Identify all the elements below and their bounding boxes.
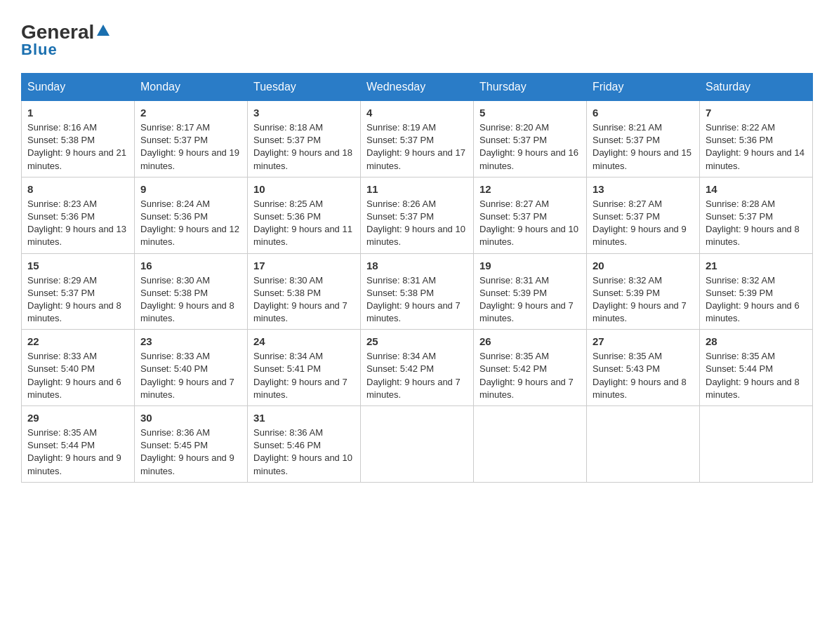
sunset-label: Sunset: 5:38 PM [140, 288, 208, 298]
day-number: 9 [140, 182, 241, 196]
calendar-cell: 31Sunrise: 8:36 AMSunset: 5:46 PMDayligh… [248, 406, 361, 483]
sunset-label: Sunset: 5:37 PM [593, 211, 660, 222]
sunset-label: Sunset: 5:39 PM [479, 288, 547, 298]
day-number: 10 [253, 182, 355, 196]
calendar-cell: 18Sunrise: 8:31 AMSunset: 5:38 PMDayligh… [361, 253, 474, 330]
calendar-cell: 13Sunrise: 8:27 AMSunset: 5:37 PMDayligh… [587, 177, 700, 253]
day-number: 14 [706, 182, 807, 196]
daylight-label: Daylight: 9 hours and 8 minutes. [593, 377, 687, 400]
sunset-label: Sunset: 5:44 PM [27, 440, 95, 450]
day-number: 21 [706, 258, 807, 273]
sunrise-label: Sunrise: 8:23 AM [27, 199, 97, 209]
calendar-cell: 11Sunrise: 8:26 AMSunset: 5:37 PMDayligh… [361, 177, 474, 253]
calendar-cell: 1Sunrise: 8:16 AMSunset: 5:38 PMDaylight… [22, 101, 135, 177]
daylight-label: Daylight: 9 hours and 7 minutes. [366, 300, 461, 323]
day-number: 12 [479, 182, 581, 196]
calendar-cell: 3Sunrise: 8:18 AMSunset: 5:37 PMDaylight… [248, 101, 361, 177]
sunrise-label: Sunrise: 8:30 AM [253, 275, 323, 286]
sunrise-label: Sunrise: 8:33 AM [140, 351, 210, 361]
day-number: 6 [593, 105, 694, 120]
day-number: 11 [366, 182, 468, 196]
sunrise-label: Sunrise: 8:16 AM [27, 122, 97, 133]
calendar-cell: 23Sunrise: 8:33 AMSunset: 5:40 PMDayligh… [135, 330, 248, 406]
sunrise-label: Sunrise: 8:25 AM [253, 199, 323, 209]
daylight-label: Daylight: 9 hours and 9 minutes. [27, 452, 121, 476]
week-row-1: 1Sunrise: 8:16 AMSunset: 5:38 PMDaylight… [22, 101, 813, 177]
calendar-cell: 8Sunrise: 8:23 AMSunset: 5:36 PMDaylight… [22, 177, 135, 253]
day-number: 28 [706, 334, 807, 349]
daylight-label: Daylight: 9 hours and 7 minutes. [140, 377, 234, 400]
sunrise-label: Sunrise: 8:36 AM [253, 427, 323, 438]
sunrise-label: Sunrise: 8:17 AM [140, 122, 210, 133]
sunrise-label: Sunrise: 8:35 AM [706, 351, 775, 361]
day-number: 19 [479, 258, 581, 273]
calendar-cell: 26Sunrise: 8:35 AMSunset: 5:42 PMDayligh… [474, 330, 587, 406]
calendar-cell: 14Sunrise: 8:28 AMSunset: 5:37 PMDayligh… [700, 177, 813, 253]
sunset-label: Sunset: 5:38 PM [366, 288, 434, 298]
daylight-label: Daylight: 9 hours and 8 minutes. [27, 300, 121, 323]
daylight-label: Daylight: 9 hours and 11 minutes. [253, 224, 352, 247]
sunrise-label: Sunrise: 8:32 AM [706, 275, 775, 286]
sunrise-label: Sunrise: 8:32 AM [593, 275, 662, 286]
calendar-cell: 22Sunrise: 8:33 AMSunset: 5:40 PMDayligh… [22, 330, 135, 406]
sunset-label: Sunset: 5:42 PM [366, 363, 434, 374]
day-number: 25 [366, 334, 468, 349]
calendar-cell: 21Sunrise: 8:32 AMSunset: 5:39 PMDayligh… [700, 253, 813, 330]
sunset-label: Sunset: 5:36 PM [706, 135, 773, 145]
daylight-label: Daylight: 9 hours and 17 minutes. [366, 147, 465, 170]
sunrise-label: Sunrise: 8:35 AM [593, 351, 662, 361]
day-number: 8 [27, 182, 128, 196]
sunrise-label: Sunrise: 8:35 AM [27, 427, 97, 438]
sunset-label: Sunset: 5:36 PM [253, 211, 321, 222]
day-header-saturday: Saturday [700, 74, 813, 101]
sunrise-label: Sunrise: 8:27 AM [593, 199, 662, 209]
calendar-cell: 2Sunrise: 8:17 AMSunset: 5:37 PMDaylight… [135, 101, 248, 177]
calendar-cell: 28Sunrise: 8:35 AMSunset: 5:44 PMDayligh… [700, 330, 813, 406]
daylight-label: Daylight: 9 hours and 13 minutes. [27, 224, 126, 247]
day-number: 29 [27, 410, 128, 425]
sunrise-label: Sunrise: 8:31 AM [479, 275, 549, 286]
day-number: 3 [253, 105, 355, 120]
sunset-label: Sunset: 5:37 PM [593, 135, 660, 145]
day-number: 26 [479, 334, 581, 349]
daylight-label: Daylight: 9 hours and 7 minutes. [253, 300, 348, 323]
day-number: 18 [366, 258, 468, 273]
sunrise-label: Sunrise: 8:34 AM [366, 351, 436, 361]
day-number: 31 [253, 410, 355, 425]
sunset-label: Sunset: 5:37 PM [706, 211, 773, 222]
day-number: 5 [479, 105, 581, 120]
daylight-label: Daylight: 9 hours and 19 minutes. [140, 147, 239, 170]
calendar-cell: 4Sunrise: 8:19 AMSunset: 5:37 PMDaylight… [361, 101, 474, 177]
day-header-friday: Friday [587, 74, 700, 101]
sunset-label: Sunset: 5:38 PM [27, 135, 95, 145]
sunrise-label: Sunrise: 8:20 AM [479, 122, 549, 133]
daylight-label: Daylight: 9 hours and 12 minutes. [140, 224, 239, 247]
sunset-label: Sunset: 5:40 PM [140, 363, 208, 374]
sunset-label: Sunset: 5:45 PM [140, 440, 208, 450]
day-header-monday: Monday [135, 74, 248, 101]
sunrise-label: Sunrise: 8:24 AM [140, 199, 210, 209]
calendar-cell: 5Sunrise: 8:20 AMSunset: 5:37 PMDaylight… [474, 101, 587, 177]
sunrise-label: Sunrise: 8:35 AM [479, 351, 549, 361]
calendar-cell: 9Sunrise: 8:24 AMSunset: 5:36 PMDaylight… [135, 177, 248, 253]
week-row-5: 29Sunrise: 8:35 AMSunset: 5:44 PMDayligh… [22, 406, 813, 483]
day-header-sunday: Sunday [22, 74, 135, 101]
calendar-cell: 6Sunrise: 8:21 AMSunset: 5:37 PMDaylight… [587, 101, 700, 177]
daylight-label: Daylight: 9 hours and 16 minutes. [479, 147, 578, 170]
sunrise-label: Sunrise: 8:18 AM [253, 122, 323, 133]
day-number: 17 [253, 258, 355, 273]
sunrise-label: Sunrise: 8:29 AM [27, 275, 97, 286]
sunrise-label: Sunrise: 8:28 AM [706, 199, 775, 209]
day-header-thursday: Thursday [474, 74, 587, 101]
calendar-cell: 27Sunrise: 8:35 AMSunset: 5:43 PMDayligh… [587, 330, 700, 406]
daylight-label: Daylight: 9 hours and 7 minutes. [593, 300, 687, 323]
calendar-cell: 12Sunrise: 8:27 AMSunset: 5:37 PMDayligh… [474, 177, 587, 253]
calendar-cell [474, 406, 587, 483]
day-number: 23 [140, 334, 241, 349]
calendar-table: SundayMondayTuesdayWednesdayThursdayFrid… [21, 73, 813, 483]
calendar-cell: 7Sunrise: 8:22 AMSunset: 5:36 PMDaylight… [700, 101, 813, 177]
daylight-label: Daylight: 9 hours and 6 minutes. [27, 377, 121, 400]
sunset-label: Sunset: 5:39 PM [593, 288, 660, 298]
week-row-2: 8Sunrise: 8:23 AMSunset: 5:36 PMDaylight… [22, 177, 813, 253]
sunset-label: Sunset: 5:37 PM [140, 135, 208, 145]
